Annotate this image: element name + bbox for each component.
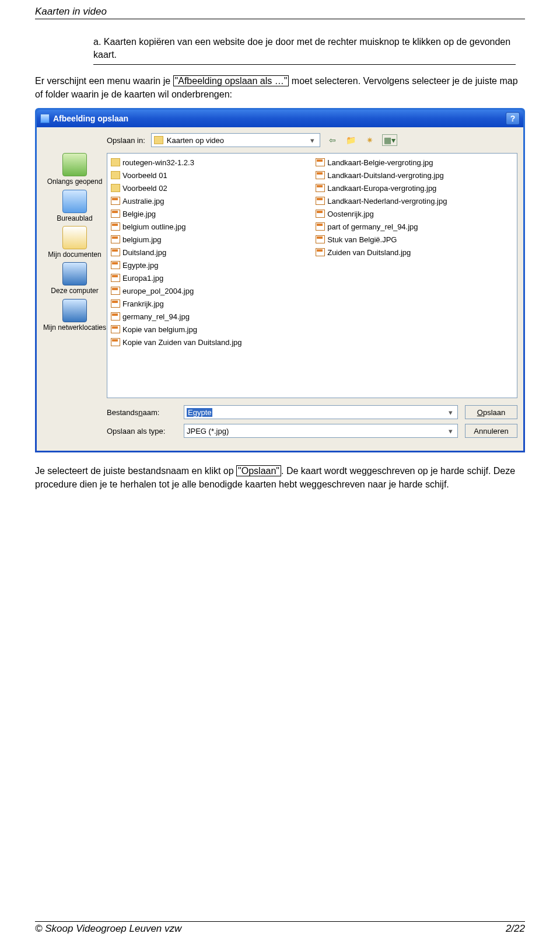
file-icon xyxy=(111,261,120,269)
file-item[interactable]: Duitsland.jpg xyxy=(111,246,304,259)
file-item[interactable]: Landkaart-Europa-vergroting.jpg xyxy=(316,182,509,194)
dialog-titlebar: Afbeelding opslaan ? xyxy=(37,110,523,127)
file-item[interactable]: Voorbeeld 01 xyxy=(111,169,304,182)
place-computer[interactable]: Deze computer xyxy=(43,262,107,295)
file-item[interactable]: routegen-win32-1.2.3 xyxy=(111,156,304,169)
file-item-label: Landkaart-Europa-vergroting.jpg xyxy=(327,184,436,193)
dialog-title-icon xyxy=(40,114,50,123)
file-item[interactable]: Egypte.jpg xyxy=(111,259,304,271)
paragraph-1: Er verschijnt een menu waarin je "Afbeel… xyxy=(35,74,525,101)
save-in-label: Opslaan in: xyxy=(107,136,145,145)
file-item-label: Oostenrijk.jpg xyxy=(327,210,373,218)
desktop-icon xyxy=(62,190,87,213)
save-in-value: Kaarten op video xyxy=(167,136,308,145)
file-item[interactable]: belgium outline.jpg xyxy=(111,220,304,233)
places-bar: Onlangs geopend Bureaublad Mijn document… xyxy=(43,153,107,398)
folder-icon xyxy=(111,158,120,166)
file-item[interactable]: Landkaart-Belgie-vergroting.jpg xyxy=(316,156,509,169)
file-item[interactable]: Europa1.jpg xyxy=(111,271,304,284)
file-item[interactable]: Landkaart-Nederland-vergroting.jpg xyxy=(316,194,509,207)
file-item-label: europe_pol_2004.jpg xyxy=(123,287,194,295)
file-item[interactable]: Voorbeeld 02 xyxy=(111,182,304,194)
file-item-label: Frankrijk.jpg xyxy=(123,299,164,308)
folder-icon xyxy=(154,136,163,144)
file-item[interactable]: Stuk van België.JPG xyxy=(316,233,509,246)
file-item[interactable]: Belgie.jpg xyxy=(111,207,304,220)
folder-icon xyxy=(111,184,120,192)
file-icon xyxy=(111,325,120,333)
save-button[interactable]: Opslaan xyxy=(465,405,517,419)
file-item[interactable]: belgium.jpg xyxy=(111,233,304,246)
filename-label: Bestandsnaam: xyxy=(107,408,177,417)
file-item[interactable]: Kopie van belgium.jpg xyxy=(111,323,304,336)
file-icon xyxy=(111,299,120,308)
save-in-combo[interactable]: Kaarten op video ▾ xyxy=(151,133,320,147)
filename-field[interactable]: Egypte ▾ xyxy=(184,405,458,419)
file-item[interactable]: Frankrijk.jpg xyxy=(111,297,304,310)
para1-before: Er verschijnt een menu waarin je xyxy=(35,76,173,86)
file-icon xyxy=(111,248,120,256)
file-item[interactable]: Kopie van Zuiden van Duitsland.jpg xyxy=(111,336,304,349)
file-icon xyxy=(316,222,325,231)
file-icon xyxy=(111,287,120,295)
file-item[interactable]: Australie.jpg xyxy=(111,194,304,207)
file-list-pane[interactable]: routegen-win32-1.2.3Voorbeeld 01Voorbeel… xyxy=(107,153,517,398)
back-icon[interactable]: ⇦ xyxy=(326,134,339,146)
file-item[interactable]: germany_rel_94.jpg xyxy=(111,310,304,323)
footer-left: © Skoop Videogroep Leuven vzw xyxy=(35,923,181,935)
filename-value: Egypte xyxy=(187,408,212,417)
place-network[interactable]: Mijn netwerklocaties xyxy=(43,299,107,332)
file-item-label: Egypte.jpg xyxy=(123,261,158,270)
save-button-rest: pslaan xyxy=(483,408,505,417)
up-folder-icon[interactable]: 📁 xyxy=(345,134,358,146)
boxed-afbeelding-opslaan: "Afbeelding opslaan als …" xyxy=(173,75,289,86)
recent-icon xyxy=(62,153,87,176)
cancel-button[interactable]: Annuleren xyxy=(465,424,517,438)
file-item-label: Kopie van belgium.jpg xyxy=(123,325,197,334)
place-desktop[interactable]: Bureaublad xyxy=(43,190,107,222)
new-folder-icon[interactable]: ✷ xyxy=(363,134,376,146)
chevron-down-icon: ▾ xyxy=(308,134,317,146)
place-desktop-label: Bureaublad xyxy=(43,214,107,222)
footer-page: 2/22 xyxy=(506,923,525,935)
place-computer-label: Deze computer xyxy=(43,287,107,295)
file-icon xyxy=(111,338,120,346)
file-item-label: Landkaart-Nederland-vergroting.jpg xyxy=(327,197,447,205)
filetype-label: Opslaan als type: xyxy=(107,427,177,436)
file-item[interactable]: Landkaart-Duitsland-vergroting.jpg xyxy=(316,169,509,182)
file-icon xyxy=(316,158,325,166)
place-documents-label: Mijn documenten xyxy=(43,250,107,259)
file-item-label: Stuk van België.JPG xyxy=(327,235,397,244)
file-item[interactable]: Oostenrijk.jpg xyxy=(316,207,509,220)
boxed-opslaan: "Opslaan" xyxy=(236,465,281,476)
help-button[interactable]: ? xyxy=(506,112,520,125)
dialog-title: Afbeelding opslaan xyxy=(53,114,128,123)
file-icon xyxy=(316,210,325,218)
place-documents[interactable]: Mijn documenten xyxy=(43,226,107,259)
view-menu-icon[interactable]: ▦▾ xyxy=(382,134,397,146)
file-item-label: germany_rel_94.jpg xyxy=(123,312,190,321)
file-item-label: Zuiden van Duitsland.jpg xyxy=(327,248,411,257)
documents-icon xyxy=(62,226,87,249)
paragraph-2: Je selecteert de juiste bestandsnaam en … xyxy=(35,464,525,491)
file-item[interactable]: Zuiden van Duitsland.jpg xyxy=(316,246,509,259)
filetype-value: JPEG (*.jpg) xyxy=(187,427,229,436)
file-icon xyxy=(111,274,120,282)
folder-icon xyxy=(111,171,120,179)
file-item[interactable]: part of germany_rel_94.jpg xyxy=(316,220,509,233)
para2-before: Je selecteert de juiste bestandsnaam en … xyxy=(35,466,236,476)
file-icon xyxy=(111,312,120,321)
file-icon xyxy=(316,248,325,256)
file-item[interactable]: europe_pol_2004.jpg xyxy=(111,284,304,297)
file-item-label: Belgie.jpg xyxy=(123,210,156,218)
section-a-heading: a. Kaarten kopiëren van een website doe … xyxy=(93,36,516,65)
place-recent[interactable]: Onlangs geopend xyxy=(43,153,107,186)
file-item-label: Duitsland.jpg xyxy=(123,248,166,257)
filetype-field[interactable]: JPEG (*.jpg) ▾ xyxy=(184,424,458,438)
file-item-label: Europa1.jpg xyxy=(123,274,163,283)
network-icon xyxy=(62,299,87,322)
file-icon xyxy=(111,222,120,231)
file-item-label: routegen-win32-1.2.3 xyxy=(123,158,194,167)
file-item-label: belgium.jpg xyxy=(123,235,162,244)
chevron-down-icon: ▾ xyxy=(446,408,455,417)
